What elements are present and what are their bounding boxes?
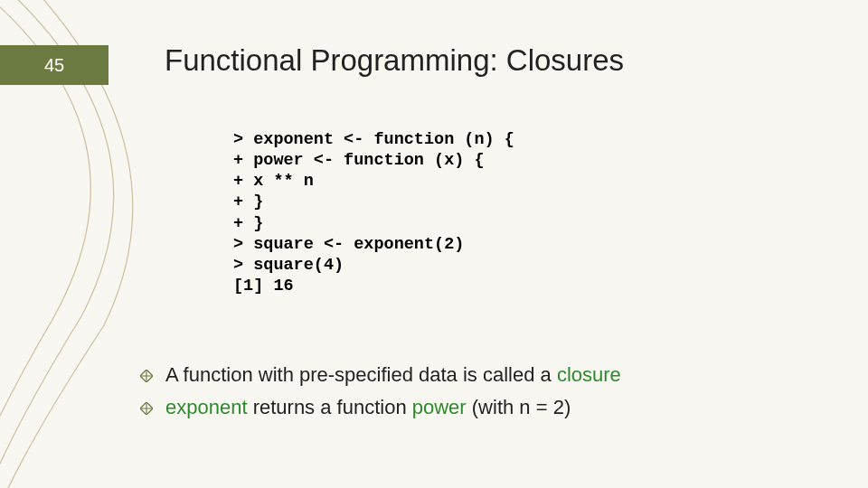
bullet-text: A function with pre-specified data is ca… bbox=[165, 363, 814, 387]
page-number-badge: 45 bbox=[0, 45, 108, 85]
bullet-list: A function with pre-specified data is ca… bbox=[140, 363, 814, 428]
code-block: > exponent <- function (n) { + power <- … bbox=[233, 129, 514, 296]
diamond-icon bbox=[140, 370, 153, 382]
bullet-keyword: power bbox=[412, 396, 467, 418]
bullet-text-part: (with n = 2) bbox=[467, 396, 571, 418]
list-item: A function with pre-specified data is ca… bbox=[140, 363, 814, 387]
bullet-text-part: returns a function bbox=[248, 396, 412, 418]
bullet-keyword: closure bbox=[557, 363, 621, 386]
bullet-text: exponent returns a function power (with … bbox=[165, 396, 814, 419]
slide-title: Functional Programming: Closures bbox=[165, 43, 624, 78]
bullet-keyword: exponent bbox=[165, 396, 248, 418]
diamond-icon bbox=[140, 402, 153, 415]
list-item: exponent returns a function power (with … bbox=[140, 396, 814, 419]
bullet-text-part: A function with pre-specified data is ca… bbox=[165, 363, 557, 386]
page-number: 45 bbox=[44, 55, 64, 76]
